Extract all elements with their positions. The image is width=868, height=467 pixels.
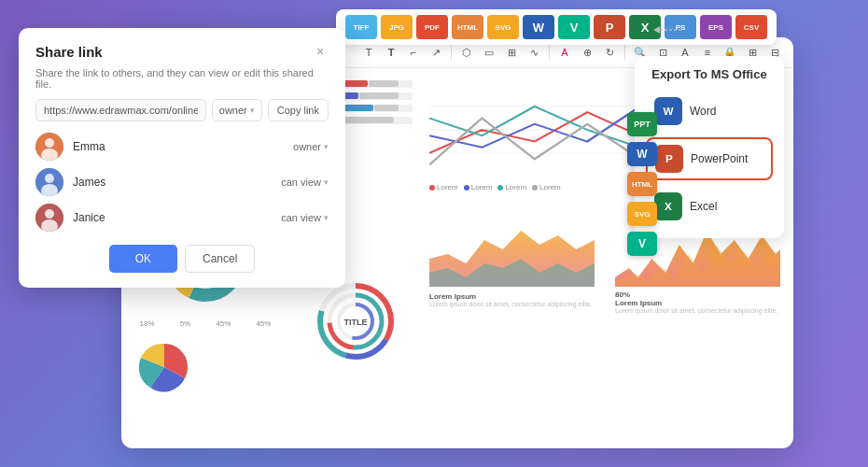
toolbar-text-icon[interactable]: T xyxy=(359,43,378,62)
role-chevron-janice: ▾ xyxy=(324,213,329,222)
role-emma[interactable]: owner ▾ xyxy=(293,141,329,152)
modal-header: Share link × xyxy=(35,43,329,60)
toolbar-arrow-icon[interactable]: ↗ xyxy=(427,43,445,62)
ppt-icon: P xyxy=(655,145,683,173)
fmt-pdf[interactable]: PDF xyxy=(416,15,448,39)
fmt-csv[interactable]: CSV xyxy=(735,15,767,39)
svg-text:X: X xyxy=(665,200,672,212)
role-janice[interactable]: can view ▾ xyxy=(281,212,329,223)
toolbar-sep-2 xyxy=(549,45,550,60)
ppt-label: PowerPoint xyxy=(691,152,748,165)
side-icon-svg[interactable]: SVG xyxy=(627,202,657,226)
role-chevron-james: ▾ xyxy=(324,177,329,187)
name-emma: Emma xyxy=(73,140,284,153)
side-icons: PPT W HTML SVG V xyxy=(627,112,657,256)
svg-marker-1 xyxy=(653,26,660,34)
role-james[interactable]: can view ▾ xyxy=(281,177,329,188)
format-toolbar: TIFF JPG PDF HTML SVG W V P X PS EPS CSV xyxy=(336,9,777,45)
bottom-chart-row: TITLE xyxy=(295,205,788,438)
name-janice: Janice xyxy=(73,211,272,224)
export-panel-title: Export To MS Office xyxy=(646,67,773,81)
toolbar-rect-icon[interactable]: ▭ xyxy=(480,43,498,62)
toolbar-wave-icon[interactable]: ∿ xyxy=(525,43,543,62)
link-row: owner ▾ Copy link xyxy=(35,99,329,121)
word-icon: W xyxy=(654,97,682,125)
area-chart-desc: Lorem ipsum dolor sit amet, consectetur … xyxy=(429,301,595,307)
toolbar-sep-3 xyxy=(624,45,625,60)
toolbar-table-icon[interactable]: ⊞ xyxy=(502,43,521,62)
fmt-html[interactable]: HTML xyxy=(452,15,483,39)
name-james: James xyxy=(73,176,272,189)
export-word[interactable]: W Word xyxy=(646,91,773,132)
link-input[interactable] xyxy=(35,99,206,121)
fmt-svg[interactable]: SVG xyxy=(487,15,519,39)
side-icon-visio[interactable]: V xyxy=(627,232,657,256)
area-chart-title: Lorem Ipsum xyxy=(429,292,595,301)
copy-link-button[interactable]: Copy link xyxy=(268,99,329,121)
ok-button[interactable]: OK xyxy=(109,245,177,273)
owner-chevron: ▾ xyxy=(250,106,255,115)
fmt-tiff[interactable]: TIFF xyxy=(345,15,377,39)
svg-text:W: W xyxy=(663,105,673,117)
person-emma: Emma owner ▾ xyxy=(35,133,329,161)
modal-close-button[interactable]: × xyxy=(312,43,329,60)
people-list: Emma owner ▾ James can view ▾ xyxy=(35,133,329,232)
arrow-indicator xyxy=(649,21,686,44)
avatar-emma xyxy=(35,133,63,161)
area-chart: Lorem Ipsum Lorem ipsum dolor sit amet, … xyxy=(422,205,602,438)
mountain-chart-pct: 80% xyxy=(615,290,780,299)
mountain-chart-title: Lorem Ipsum xyxy=(615,299,780,307)
pie-chart-small xyxy=(127,339,284,399)
svg-point-33 xyxy=(45,174,54,183)
role-chevron-emma: ▾ xyxy=(324,142,329,151)
avatar-janice xyxy=(35,204,63,232)
legend-1: Lorem xyxy=(437,183,458,191)
svg-point-30 xyxy=(45,138,54,148)
cancel-button[interactable]: Cancel xyxy=(185,245,255,273)
toolbar-fill-icon[interactable]: A xyxy=(555,43,574,62)
word-label: Word xyxy=(690,105,716,118)
modal-description: Share the link to others, and they can v… xyxy=(35,67,329,90)
person-james: James can view ▾ xyxy=(35,168,329,196)
modal-title: Share link xyxy=(35,44,103,60)
toolbar-font-icon[interactable]: T xyxy=(382,43,400,62)
toolbar-link-icon[interactable]: ⊕ xyxy=(578,43,596,62)
fmt-word[interactable]: W xyxy=(523,15,554,39)
fmt-visio[interactable]: V xyxy=(558,15,590,39)
owner-selector[interactable]: owner ▾ xyxy=(212,99,262,121)
svg-point-36 xyxy=(45,209,54,219)
side-icon-ppt[interactable]: PPT xyxy=(627,112,657,136)
avatar-james xyxy=(35,168,63,196)
donut-pct-4: 45% xyxy=(256,319,271,328)
ring-title: TITLE xyxy=(344,318,368,327)
share-modal: Share link × Share the link to others, a… xyxy=(19,28,345,288)
toolbar-corner-icon[interactable]: ⌐ xyxy=(404,43,423,62)
fmt-ppt[interactable]: P xyxy=(594,15,625,39)
person-janice: Janice can view ▾ xyxy=(35,204,329,232)
legend-4: Lorem xyxy=(539,183,561,191)
fmt-eps[interactable]: EPS xyxy=(700,15,732,39)
side-icon-html[interactable]: HTML xyxy=(627,172,657,196)
role-label-janice: can view xyxy=(281,212,321,223)
modal-footer: OK Cancel xyxy=(35,245,329,273)
role-label-james: can view xyxy=(281,177,321,188)
mountain-chart-desc: Lorem ipsum dolor sit amet, consectetur … xyxy=(615,307,780,314)
excel-icon: X xyxy=(654,192,682,220)
legend-3: Lorem xyxy=(505,183,526,191)
excel-label: Excel xyxy=(690,200,717,213)
side-icon-word[interactable]: W xyxy=(627,142,657,166)
fmt-jpg[interactable]: JPG xyxy=(381,15,413,39)
donut-pct-1: 18% xyxy=(140,319,155,328)
export-panel: PPT W HTML SVG V Export To MS Office W W… xyxy=(635,56,784,238)
export-powerpoint[interactable]: P PowerPoint xyxy=(646,137,773,180)
export-excel[interactable]: X Excel xyxy=(646,186,773,227)
role-label-emma: owner xyxy=(293,141,321,152)
legend-2: Lorem xyxy=(471,183,493,191)
toolbar-rotate-icon[interactable]: ↻ xyxy=(600,43,619,62)
toolbar-shape-icon[interactable]: ⬡ xyxy=(457,43,476,62)
donut-pct-3: 45% xyxy=(216,319,231,328)
svg-text:P: P xyxy=(665,152,673,164)
owner-label: owner xyxy=(219,105,247,116)
donut-pct-2: 5% xyxy=(180,319,191,328)
toolbar-sep-1 xyxy=(451,45,452,60)
